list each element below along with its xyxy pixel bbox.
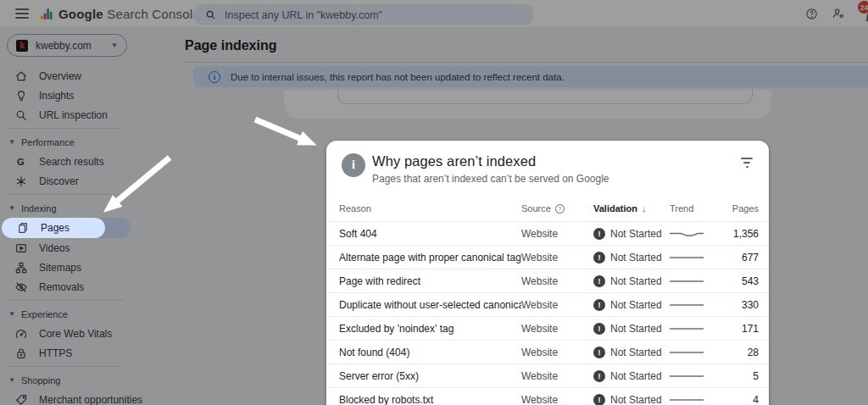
- gauge-icon: [14, 327, 28, 341]
- tag-icon: [14, 393, 28, 405]
- table-row[interactable]: Excluded by 'noindex' tagWebsite!Not Sta…: [326, 316, 769, 340]
- issues-table-body: Soft 404Website!Not Started1,356Alternat…: [326, 221, 769, 405]
- pages-count-cell: 28: [725, 347, 759, 358]
- trend-sparkline: [670, 252, 704, 263]
- trend-cell: [670, 347, 725, 358]
- sidebar-item-overview[interactable]: Overview: [0, 66, 182, 86]
- chevron-down-icon: ▼: [8, 310, 15, 318]
- sidebar-nav: OverviewInsightsURL inspection▼Performan…: [0, 66, 182, 405]
- chevron-down-icon: ▼: [8, 138, 15, 146]
- validation-cell: !Not Started: [593, 394, 670, 405]
- menu-icon[interactable]: [15, 8, 29, 19]
- home-icon: [14, 69, 28, 83]
- reason-cell: Soft 404: [339, 228, 521, 240]
- sidebar-item-pages[interactable]: Pages: [0, 218, 182, 238]
- chart-card-partial: [284, 90, 771, 119]
- sidebar-item-core-web-vitals[interactable]: Core Web Vitals: [0, 324, 182, 343]
- column-pages[interactable]: Pages: [725, 203, 759, 214]
- table-row[interactable]: Alternate page with proper canonical tag…: [326, 245, 769, 269]
- sidebar-item-discover[interactable]: Discover: [0, 171, 182, 191]
- column-reason[interactable]: Reason: [339, 203, 521, 214]
- sidebar-item-removals[interactable]: Removals: [0, 277, 182, 297]
- trend-sparkline: [670, 300, 704, 310]
- source-cell: Website: [521, 252, 593, 264]
- validation-label: Not Started: [610, 370, 662, 382]
- table-row[interactable]: Duplicate without user-selected canonica…: [326, 292, 769, 316]
- sidebar-item-https[interactable]: HTTPS: [0, 343, 182, 363]
- column-trend[interactable]: Trend: [670, 203, 725, 214]
- sidebar-section-performance[interactable]: ▼Performance: [0, 132, 182, 152]
- filter-icon[interactable]: [740, 158, 754, 168]
- sidebar-section-shopping[interactable]: ▼Shopping: [0, 370, 182, 390]
- chart-toggle-box-partial: [337, 90, 753, 104]
- source-cell: Website: [521, 394, 593, 405]
- reason-cell: Page with redirect: [339, 275, 521, 287]
- eye-off-icon: [14, 280, 28, 294]
- validation-cell: !Not Started: [593, 299, 670, 311]
- table-row[interactable]: Page with redirectWebsite!Not Started543: [326, 269, 769, 292]
- help-button[interactable]: [800, 3, 822, 25]
- notifications-badge: 24: [858, 1, 868, 14]
- validation-cell: !Not Started: [593, 370, 670, 382]
- sidebar-item-videos[interactable]: Videos: [0, 238, 182, 258]
- help-icon: ?: [555, 204, 565, 214]
- column-source[interactable]: Source ?: [521, 203, 593, 214]
- issues-table-header: Reason Source ? Validation ↓ Trend Pages: [326, 196, 769, 221]
- sidebar-divider: [7, 128, 124, 129]
- trend-sparkline: [670, 371, 704, 381]
- property-name: kwebby.com: [36, 40, 103, 52]
- page-title: Page indexing: [185, 38, 276, 53]
- notice-banner: i Due to internal issues, this report ha…: [193, 66, 868, 87]
- sitemap-icon: [14, 261, 28, 275]
- validation-label: Not Started: [610, 252, 662, 264]
- video-icon: [14, 241, 28, 255]
- app-logo[interactable]: Google Search Console: [39, 7, 200, 21]
- panel-subtitle: Pages that aren’t indexed can’t be serve…: [372, 173, 609, 185]
- reason-cell: Duplicate without user-selected canonica…: [339, 299, 521, 311]
- property-selector[interactable]: k kwebby.com ▼: [7, 34, 127, 57]
- pages-count-cell: 5: [725, 370, 759, 382]
- pages-count-cell: 4: [725, 394, 759, 405]
- user-settings-button[interactable]: [827, 3, 849, 25]
- sidebar-section-experience[interactable]: ▼Experience: [0, 304, 182, 324]
- chevron-down-icon: ▼: [8, 204, 15, 212]
- table-row[interactable]: Soft 404Website!Not Started1,356: [326, 221, 769, 245]
- sidebar-item-insights[interactable]: Insights: [0, 86, 182, 105]
- pages-icon: [16, 221, 30, 235]
- not-started-icon: !: [593, 299, 605, 311]
- search-icon: [205, 9, 216, 20]
- trend-sparkline: [670, 395, 704, 405]
- notifications-button[interactable]: 24: [854, 0, 868, 27]
- chevron-down-icon: ▼: [8, 376, 15, 384]
- trend-sparkline: [670, 324, 704, 334]
- sidebar-divider: [7, 300, 124, 301]
- insights-icon: [14, 89, 28, 103]
- google-g-icon: G: [14, 155, 28, 169]
- not-started-icon: !: [593, 252, 605, 264]
- trend-sparkline: [670, 347, 704, 358]
- sidebar-item-url-inspection[interactable]: URL inspection: [0, 105, 182, 125]
- search-icon: [14, 108, 28, 122]
- sidebar-item-merchant-opportunities[interactable]: Merchant opportunities: [0, 390, 182, 405]
- sidebar-item-search-results[interactable]: GSearch results: [0, 152, 182, 171]
- source-cell: Website: [521, 347, 593, 358]
- validation-label: Not Started: [610, 299, 662, 311]
- source-cell: Website: [521, 228, 593, 240]
- column-validation[interactable]: Validation ↓: [593, 203, 670, 214]
- sidebar-section-indexing[interactable]: ▼Indexing: [0, 198, 182, 218]
- url-inspect-searchbar[interactable]: [193, 4, 534, 25]
- validation-cell: !Not Started: [593, 323, 670, 335]
- validation-cell: !Not Started: [593, 228, 670, 240]
- svg-text:G: G: [17, 156, 25, 166]
- panel-title: Why pages aren’t indexed: [372, 153, 609, 169]
- validation-label: Not Started: [610, 394, 662, 405]
- pages-count-cell: 543: [725, 275, 759, 287]
- table-row[interactable]: Server error (5xx)Website!Not Started5: [326, 363, 769, 387]
- trend-cell: [670, 300, 725, 310]
- source-cell: Website: [521, 299, 593, 311]
- source-cell: Website: [521, 275, 593, 287]
- search-input[interactable]: [225, 9, 504, 21]
- sidebar-item-sitemaps[interactable]: Sitemaps: [0, 258, 182, 277]
- table-row[interactable]: Not found (404)Website!Not Started28: [326, 340, 769, 363]
- table-row[interactable]: Blocked by robots.txtWebsite!Not Started…: [326, 387, 769, 405]
